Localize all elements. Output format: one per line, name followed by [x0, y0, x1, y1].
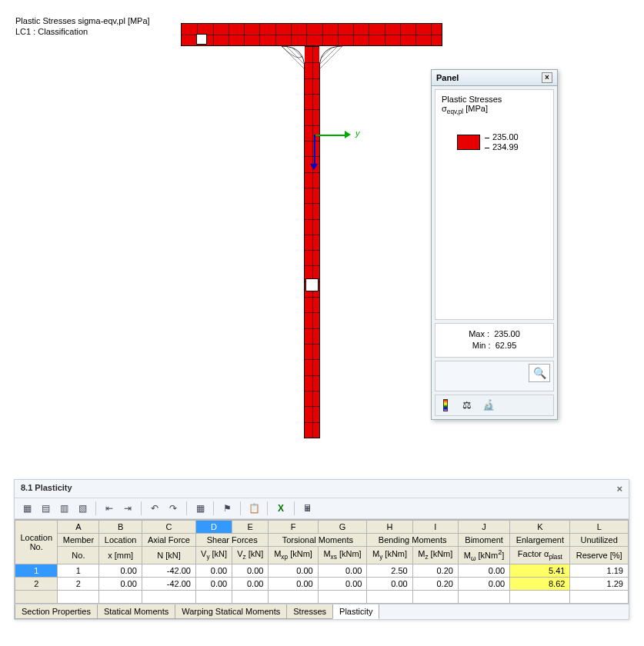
tb-columns-icon[interactable]: ▧ — [75, 501, 90, 516]
microscope-icon[interactable]: 🔬 — [482, 398, 496, 412]
close-icon[interactable]: × — [542, 72, 552, 83]
tab-plasticity[interactable]: Plasticity — [332, 604, 379, 619]
legend-title-2: σeqv,pl [MPa] — [442, 104, 547, 115]
results-grid[interactable]: LocationNo. A B C D E F G H I J K L Memb… — [15, 520, 629, 604]
grid-header-groups: Member Location Axial Force Shear Forces… — [15, 534, 629, 547]
legend-title-1: Plastic Stresses — [442, 95, 547, 104]
cross-section-canvas[interactable] — [181, 23, 442, 446]
hdr-location-no[interactable]: LocationNo. — [15, 521, 58, 564]
balance-icon[interactable]: ⚖ — [460, 398, 474, 412]
legend-swatch — [457, 135, 480, 150]
viewport-line1: Plastic Stresses sigma-eqv,pl [MPa] — [15, 15, 150, 26]
section-flange — [181, 23, 442, 46]
results-tabs: Section PropertiesStatical MomentsWarpin… — [15, 604, 629, 619]
tab-warping-statical-moments[interactable]: Warping Statical Moments — [175, 604, 287, 619]
panel-tool-row1: 🔍 — [435, 361, 554, 391]
tb-grid-icon[interactable]: ▦ — [192, 501, 208, 516]
tab-stresses[interactable]: Stresses — [286, 604, 333, 619]
table-row[interactable]: 220.00-42.000.000.000.000.000.000.200.00… — [15, 577, 629, 590]
tb-redo-icon[interactable]: ↷ — [165, 501, 181, 516]
tb-sheet-icon[interactable]: ▦ — [19, 501, 35, 516]
legend-low: 234.99 — [485, 142, 519, 152]
tb-filter-icon[interactable]: ⚑ — [219, 501, 235, 516]
panel-title: Panel — [436, 73, 459, 82]
hole-flange — [196, 34, 207, 45]
tb-next-icon[interactable]: ⇥ — [120, 501, 135, 516]
close-icon[interactable]: × — [616, 483, 622, 494]
panel-stats: Max : 235.00 Min : 62.95 — [435, 323, 554, 358]
grid-header-units: No. x [mm] N [kN] Vy [kN] Vz [kN] Mxp [k… — [15, 547, 629, 564]
color-scale-icon[interactable] — [439, 398, 452, 412]
tb-copy-icon[interactable]: 📋 — [246, 501, 262, 516]
hole-web — [305, 278, 319, 291]
results-grid-wrap[interactable]: LocationNo. A B C D E F G H I J K L Memb… — [15, 519, 629, 604]
tb-list-icon[interactable]: ▥ — [56, 501, 72, 516]
zoom-tool-icon[interactable]: 🔍 — [529, 364, 550, 382]
results-toolbar: ▦ ▤ ▥ ▧ ⇤ ⇥ ↶ ↷ ▦ ⚑ 📋 X 🖩 — [15, 498, 629, 519]
fillet-right — [319, 46, 342, 69]
panel-tool-row2: ⚖ 🔬 — [435, 395, 554, 416]
table-row[interactable]: 110.00-42.000.000.000.000.002.500.200.00… — [15, 564, 629, 577]
legend-panel[interactable]: Panel × Plastic Stresses σeqv,pl [MPa] 2… — [431, 69, 558, 420]
tab-section-properties[interactable]: Section Properties — [15, 604, 98, 619]
results-title: 8.1 Plasticity — [21, 483, 72, 494]
results-panel: 8.1 Plasticity × ▦ ▤ ▥ ▧ ⇤ ⇥ ↶ ↷ ▦ ⚑ 📋 X… — [14, 479, 629, 620]
panel-header[interactable]: Panel × — [432, 70, 557, 86]
viewport-label: Plastic Stresses sigma-eqv,pl [MPa] LC1 … — [15, 15, 150, 38]
fillet-left — [282, 46, 305, 69]
panel-body: Plastic Stresses σeqv,pl [MPa] 235.00 23… — [435, 89, 554, 320]
tb-prev-icon[interactable]: ⇤ — [102, 501, 117, 516]
tb-select-icon[interactable]: ▤ — [38, 501, 53, 516]
tb-excel-icon[interactable]: X — [273, 501, 289, 516]
tb-calc-icon[interactable]: 🖩 — [300, 501, 315, 516]
tb-undo-icon[interactable]: ↶ — [147, 501, 162, 516]
section-web — [304, 46, 320, 438]
axis-y-label: y — [355, 128, 360, 138]
viewport-line2: LC1 : Classification — [15, 26, 150, 37]
grid-col-letters: LocationNo. A B C D E F G H I J K L — [15, 521, 629, 534]
tab-statical-moments[interactable]: Statical Moments — [97, 604, 175, 619]
legend-high: 235.00 — [485, 132, 519, 142]
